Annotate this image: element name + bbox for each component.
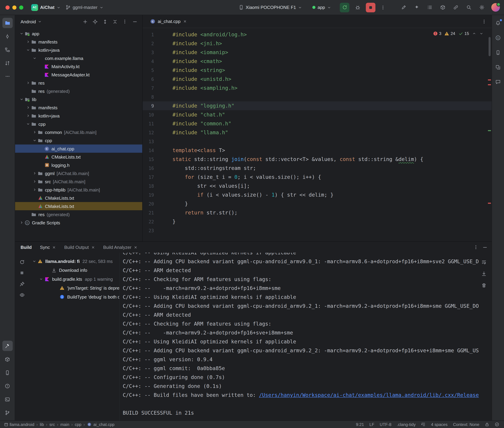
tree-item-ai-chat-cpp[interactable]: Cai_chat.cpp (15, 145, 142, 153)
code-line-12[interactable]: 12#include "llama.h" (143, 128, 492, 137)
chevron-down-icon[interactable] (38, 19, 42, 24)
code-line-23[interactable]: 23 (143, 226, 492, 235)
user-avatar[interactable] (491, 3, 500, 12)
debug-button[interactable] (353, 3, 362, 12)
code-line-20[interactable]: 20 } (143, 199, 492, 208)
structure-icon[interactable] (2, 45, 13, 55)
code-line-10[interactable]: 10#include "chat.h" (143, 110, 492, 119)
close-tab-icon[interactable] (91, 245, 95, 249)
chevron-down-icon[interactable] (25, 122, 31, 126)
tree-item-kotlin-java[interactable]: kotlin+java (15, 112, 142, 120)
code-line-14[interactable]: 14template<class T> (143, 146, 492, 155)
tree-item-com-example-llama[interactable]: com.example.llama (15, 54, 142, 62)
code-editor[interactable]: 1#include <android/log.h>2#include <jni.… (143, 28, 492, 241)
code-line-16[interactable]: 16 std::ostringstream str; (143, 164, 492, 173)
tree-item-src[interactable]: src[AiChat.lib.main] (15, 177, 142, 186)
build-tree-item-build-gradle-kts[interactable]: build.gradle.ktsapp 1 warning (29, 275, 119, 283)
device-selector[interactable]: Xiaomi POCOPHONE F1 (236, 3, 305, 11)
chevron-right-icon[interactable] (32, 180, 37, 184)
code-line-6[interactable]: 6#include <unistd.h> (143, 75, 492, 83)
editor-scrollbar[interactable] (488, 37, 491, 56)
run-configuration-selector[interactable]: app (310, 3, 333, 11)
project-selector[interactable]: AC AiChat (29, 3, 63, 12)
build-tree-item-buildtype-debug-is-both-de[interactable]: BuildType 'debug' is both de (29, 292, 119, 301)
file-encoding[interactable]: UTF-8 (380, 422, 391, 427)
chevron-down-icon[interactable] (32, 259, 37, 263)
collapse-all-button[interactable] (111, 17, 119, 26)
ide-status-indicator[interactable] (495, 422, 499, 427)
device-explorer-icon[interactable] (493, 47, 503, 58)
live-edit-icon[interactable] (399, 3, 408, 11)
build-tab-sync[interactable]: Sync (40, 245, 56, 250)
hide-button[interactable] (131, 17, 139, 26)
logcat-icon[interactable] (2, 367, 13, 378)
hide-build-panel-button[interactable] (482, 245, 487, 250)
inspection-profile[interactable]: .clang-tidy (397, 422, 416, 427)
code-line-15[interactable]: 15static std::string join(const std::vec… (143, 155, 492, 164)
stop-button[interactable] (366, 3, 375, 12)
close-tab-icon[interactable] (134, 245, 137, 249)
chevron-right-icon[interactable] (25, 106, 31, 110)
tree-item-ggml[interactable]: ggml[AiChat.lib.main] (15, 169, 142, 177)
passed-count[interactable]: 15 (458, 31, 469, 36)
code-line-2[interactable]: 2#include <jni.h> (143, 39, 492, 48)
chevron-right-icon[interactable] (32, 130, 37, 134)
editor-tab-options-button[interactable] (480, 17, 488, 25)
stop-button[interactable] (17, 268, 26, 277)
indent-setting[interactable]: 4 spaces (431, 422, 448, 427)
more-tool-windows-icon[interactable] (2, 71, 13, 82)
tree-item-mainactivity-kt[interactable]: MainActivity.kt (15, 62, 142, 71)
error-stripe-mark[interactable] (488, 203, 491, 204)
preview-button[interactable] (17, 290, 26, 299)
error-stripe-mark[interactable] (488, 84, 491, 85)
chevron-down-icon[interactable] (32, 138, 37, 142)
build-tab-build[interactable]: Build (21, 245, 32, 250)
add-button[interactable] (81, 17, 89, 26)
error-count[interactable]: 3 (433, 31, 441, 36)
vcs-branch-selector[interactable]: ggml-master (63, 3, 106, 11)
expand-all-button[interactable] (101, 17, 109, 26)
inspections-widget[interactable]: 3 24 15 (431, 31, 485, 37)
terminal-icon[interactable] (2, 394, 13, 404)
chevron-right-icon[interactable] (25, 81, 31, 85)
tree-item-lib[interactable]: lib (15, 95, 142, 103)
context-setting[interactable]: Context: None (453, 422, 479, 427)
code-line-18[interactable]: 18 str << values[i]; (143, 181, 492, 190)
minimize-window-button[interactable] (12, 5, 17, 9)
tree-item-cmakelists-txt[interactable]: CMakeLists.txt (15, 153, 142, 161)
breadcrumb-item-llama-android[interactable]: llama.android (10, 422, 34, 427)
next-problem-button[interactable] (479, 32, 483, 36)
more-actions-button[interactable] (379, 3, 387, 11)
editor-tab-ai_chat-cpp[interactable]: C ai_chat.cpp (146, 15, 191, 28)
locate-button[interactable] (91, 17, 99, 26)
code-line-7[interactable]: 7#include <sampling.h> (143, 83, 492, 92)
tree-item-common[interactable]: common[AiChat.lib.main] (15, 128, 142, 136)
tree-item-gradle-scripts[interactable]: GGradle Scripts (15, 219, 142, 227)
tree-item-cmakelists-txt[interactable]: CMakeLists.txt (15, 194, 142, 202)
error-stripe-mark[interactable] (488, 80, 491, 81)
clear-all-button[interactable] (479, 281, 488, 290)
code-line-9[interactable]: 9#include "logging.h" (143, 101, 492, 110)
chevron-down-icon[interactable] (25, 48, 31, 52)
close-tab-icon[interactable] (52, 245, 56, 249)
rerun-button[interactable] (17, 257, 26, 266)
chevron-right-icon[interactable] (25, 40, 31, 44)
breadcrumb-item-lib[interactable]: lib (40, 422, 44, 427)
caret-position[interactable]: 9:21 (356, 422, 364, 427)
device-mirroring-icon[interactable] (452, 3, 460, 11)
gemini-icon[interactable] (412, 3, 421, 11)
code-line-17[interactable]: 17 for (size_t i = 0; i < values.size();… (143, 173, 492, 181)
close-window-button[interactable] (6, 5, 10, 9)
chevron-down-icon[interactable] (18, 32, 24, 36)
pin-button[interactable] (17, 279, 26, 288)
zoom-window-button[interactable] (19, 5, 23, 9)
project-icon[interactable] (2, 18, 13, 28)
rerun-button[interactable] (340, 3, 349, 12)
tree-item-cmakelists-txt[interactable]: CMakeLists.txt (15, 202, 142, 210)
build-tree-item-llama-android-fi[interactable]: llama.android: fi22 sec, 583 ms (29, 257, 119, 266)
chevron-right-icon[interactable] (18, 221, 24, 225)
chevron-right-icon[interactable] (32, 188, 37, 192)
tree-item-res[interactable]: res(generated) (15, 87, 142, 95)
more-button[interactable] (121, 17, 129, 26)
warning-count[interactable]: 24 (444, 31, 455, 36)
